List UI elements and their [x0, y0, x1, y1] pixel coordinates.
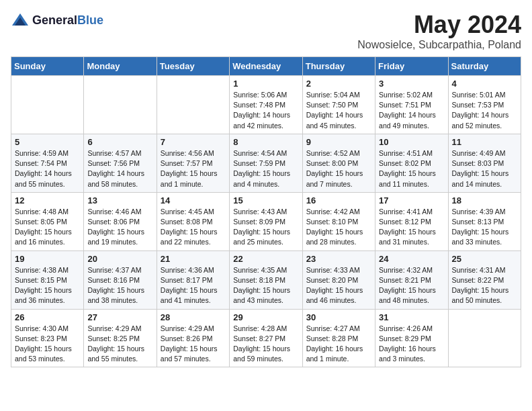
calendar-cell: 13Sunrise: 4:46 AM Sunset: 8:06 PM Dayli…: [84, 192, 157, 250]
day-number: 11: [452, 137, 517, 147]
day-info: Sunrise: 4:45 AM Sunset: 8:08 PM Dayligh…: [161, 207, 226, 248]
calendar-week-5: 26Sunrise: 4:30 AM Sunset: 8:23 PM Dayli…: [11, 309, 521, 367]
calendar-cell: 10Sunrise: 4:51 AM Sunset: 8:02 PM Dayli…: [375, 134, 448, 192]
calendar-cell: 21Sunrise: 4:36 AM Sunset: 8:17 PM Dayli…: [157, 250, 229, 309]
day-info: Sunrise: 4:38 AM Sunset: 8:15 PM Dayligh…: [15, 265, 80, 306]
calendar-cell: 26Sunrise: 4:30 AM Sunset: 8:23 PM Dayli…: [11, 309, 84, 367]
day-info: Sunrise: 4:49 AM Sunset: 8:03 PM Dayligh…: [452, 148, 517, 189]
calendar-week-4: 19Sunrise: 4:38 AM Sunset: 8:15 PM Dayli…: [11, 250, 521, 309]
calendar-cell: 20Sunrise: 4:37 AM Sunset: 8:16 PM Dayli…: [84, 250, 157, 309]
day-info: Sunrise: 4:43 AM Sunset: 8:09 PM Dayligh…: [233, 207, 298, 248]
days-header-row: SundayMondayTuesdayWednesdayThursdayFrid…: [11, 57, 521, 76]
day-number: 13: [87, 195, 152, 205]
calendar-cell: 7Sunrise: 4:56 AM Sunset: 7:57 PM Daylig…: [157, 134, 229, 192]
calendar-cell: 29Sunrise: 4:28 AM Sunset: 8:27 PM Dayli…: [230, 309, 302, 367]
day-number: 16: [306, 195, 371, 205]
logo-general: General: [32, 13, 77, 27]
calendar-cell: 1Sunrise: 5:06 AM Sunset: 7:48 PM Daylig…: [230, 76, 302, 134]
calendar-cell: 27Sunrise: 4:29 AM Sunset: 8:25 PM Dayli…: [84, 309, 157, 367]
calendar-cell: 14Sunrise: 4:45 AM Sunset: 8:08 PM Dayli…: [157, 192, 229, 250]
day-info: Sunrise: 4:30 AM Sunset: 8:23 PM Dayligh…: [15, 324, 80, 365]
calendar-cell: 12Sunrise: 4:48 AM Sunset: 8:05 PM Dayli…: [11, 192, 84, 250]
calendar-cell: 4Sunrise: 5:01 AM Sunset: 7:53 PM Daylig…: [448, 76, 521, 134]
calendar-table: SundayMondayTuesdayWednesdayThursdayFrid…: [11, 56, 521, 367]
day-info: Sunrise: 4:41 AM Sunset: 8:12 PM Dayligh…: [379, 207, 444, 248]
day-header-wednesday: Wednesday: [230, 57, 302, 76]
calendar-cell: 11Sunrise: 4:49 AM Sunset: 8:03 PM Dayli…: [448, 134, 521, 192]
calendar-week-3: 12Sunrise: 4:48 AM Sunset: 8:05 PM Dayli…: [11, 192, 521, 250]
calendar-cell: 28Sunrise: 4:29 AM Sunset: 8:26 PM Dayli…: [157, 309, 229, 367]
day-number: 31: [379, 312, 444, 322]
calendar-cell: 19Sunrise: 4:38 AM Sunset: 8:15 PM Dayli…: [11, 250, 84, 309]
day-header-thursday: Thursday: [302, 57, 375, 76]
day-number: 12: [15, 195, 80, 205]
day-info: Sunrise: 5:02 AM Sunset: 7:51 PM Dayligh…: [379, 90, 444, 131]
day-number: 3: [379, 79, 444, 89]
calendar-cell: 23Sunrise: 4:33 AM Sunset: 8:20 PM Dayli…: [302, 250, 375, 309]
calendar-cell: 15Sunrise: 4:43 AM Sunset: 8:09 PM Dayli…: [230, 192, 302, 250]
day-info: Sunrise: 4:39 AM Sunset: 8:13 PM Dayligh…: [452, 207, 517, 248]
day-number: 24: [379, 254, 444, 264]
day-info: Sunrise: 4:59 AM Sunset: 7:54 PM Dayligh…: [15, 148, 80, 189]
calendar-cell: 3Sunrise: 5:02 AM Sunset: 7:51 PM Daylig…: [375, 76, 448, 134]
day-info: Sunrise: 4:35 AM Sunset: 8:18 PM Dayligh…: [233, 265, 298, 306]
day-info: Sunrise: 4:42 AM Sunset: 8:10 PM Dayligh…: [306, 207, 371, 248]
day-header-tuesday: Tuesday: [157, 57, 229, 76]
logo-icon: [11, 11, 30, 30]
day-info: Sunrise: 4:26 AM Sunset: 8:29 PM Dayligh…: [379, 324, 444, 365]
day-number: 6: [87, 137, 152, 147]
calendar-cell: 6Sunrise: 4:57 AM Sunset: 7:56 PM Daylig…: [84, 134, 157, 192]
calendar-cell: 31Sunrise: 4:26 AM Sunset: 8:29 PM Dayli…: [375, 309, 448, 367]
day-info: Sunrise: 4:56 AM Sunset: 7:57 PM Dayligh…: [161, 148, 226, 189]
day-number: 8: [233, 137, 298, 147]
day-info: Sunrise: 4:51 AM Sunset: 8:02 PM Dayligh…: [379, 148, 444, 189]
calendar-cell: 17Sunrise: 4:41 AM Sunset: 8:12 PM Dayli…: [375, 192, 448, 250]
calendar-cell: 5Sunrise: 4:59 AM Sunset: 7:54 PM Daylig…: [11, 134, 84, 192]
day-number: 9: [306, 137, 371, 147]
calendar-cell: 18Sunrise: 4:39 AM Sunset: 8:13 PM Dayli…: [448, 192, 521, 250]
day-number: 2: [306, 79, 371, 89]
day-number: 30: [306, 312, 371, 322]
day-number: 14: [161, 195, 226, 205]
day-header-friday: Friday: [375, 57, 448, 76]
day-number: 29: [233, 312, 298, 322]
calendar-cell: 8Sunrise: 4:54 AM Sunset: 7:59 PM Daylig…: [230, 134, 302, 192]
calendar-cell: 22Sunrise: 4:35 AM Sunset: 8:18 PM Dayli…: [230, 250, 302, 309]
calendar-week-2: 5Sunrise: 4:59 AM Sunset: 7:54 PM Daylig…: [11, 134, 521, 192]
day-number: 21: [161, 254, 226, 264]
day-number: 4: [452, 79, 517, 89]
page-header: GeneralBlue May 2024 Nowosielce, Subcarp…: [11, 11, 521, 51]
day-number: 20: [87, 254, 152, 264]
day-number: 28: [161, 312, 226, 322]
calendar-cell: 25Sunrise: 4:31 AM Sunset: 8:22 PM Dayli…: [448, 250, 521, 309]
day-header-sunday: Sunday: [11, 57, 84, 76]
day-header-monday: Monday: [84, 57, 157, 76]
day-number: 5: [15, 137, 80, 147]
day-header-saturday: Saturday: [448, 57, 521, 76]
day-info: Sunrise: 4:57 AM Sunset: 7:56 PM Dayligh…: [87, 148, 152, 189]
day-number: 19: [15, 254, 80, 264]
day-info: Sunrise: 4:28 AM Sunset: 8:27 PM Dayligh…: [233, 324, 298, 365]
day-number: 17: [379, 195, 444, 205]
day-info: Sunrise: 4:37 AM Sunset: 8:16 PM Dayligh…: [87, 265, 152, 306]
day-info: Sunrise: 4:52 AM Sunset: 8:00 PM Dayligh…: [306, 148, 371, 189]
month-title: May 2024: [357, 11, 521, 39]
calendar-cell: [157, 76, 229, 134]
location-title: Nowosielce, Subcarpathia, Poland: [357, 39, 521, 51]
calendar-cell: [448, 309, 521, 367]
logo: GeneralBlue: [11, 11, 103, 30]
day-info: Sunrise: 4:33 AM Sunset: 8:20 PM Dayligh…: [306, 265, 371, 306]
calendar-cell: 16Sunrise: 4:42 AM Sunset: 8:10 PM Dayli…: [302, 192, 375, 250]
day-number: 22: [233, 254, 298, 264]
day-info: Sunrise: 5:01 AM Sunset: 7:53 PM Dayligh…: [452, 90, 517, 131]
day-info: Sunrise: 4:27 AM Sunset: 8:28 PM Dayligh…: [306, 324, 371, 365]
day-number: 1: [233, 79, 298, 89]
day-info: Sunrise: 4:36 AM Sunset: 8:17 PM Dayligh…: [161, 265, 226, 306]
calendar-cell: [11, 76, 84, 134]
day-number: 23: [306, 254, 371, 264]
day-info: Sunrise: 4:29 AM Sunset: 8:25 PM Dayligh…: [87, 324, 152, 365]
calendar-cell: 24Sunrise: 4:32 AM Sunset: 8:21 PM Dayli…: [375, 250, 448, 309]
calendar-cell: [84, 76, 157, 134]
logo-blue: Blue: [77, 13, 103, 27]
day-info: Sunrise: 4:54 AM Sunset: 7:59 PM Dayligh…: [233, 148, 298, 189]
